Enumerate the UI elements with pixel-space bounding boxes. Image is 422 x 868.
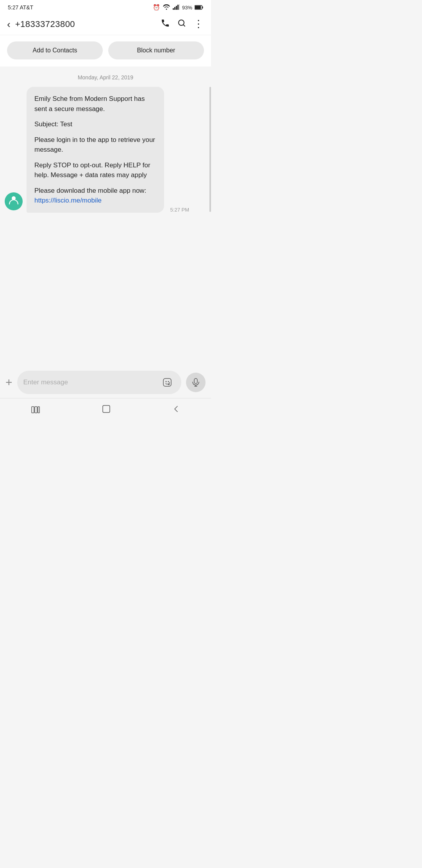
battery-percent: 93% bbox=[182, 5, 192, 11]
more-options-button[interactable]: ⋮ bbox=[193, 18, 204, 30]
person-icon bbox=[9, 195, 19, 208]
status-bar: 5:27 AT&T ⏰ 93% bbox=[0, 0, 211, 13]
input-bar: + bbox=[0, 367, 211, 398]
message-text-5: Please download the mobile app now: http… bbox=[34, 186, 156, 206]
message-input[interactable] bbox=[23, 378, 159, 386]
home-button[interactable] bbox=[90, 402, 122, 418]
svg-rect-7 bbox=[202, 6, 203, 8]
nav-bar bbox=[0, 398, 211, 425]
message-text-2: Subject: Test bbox=[34, 119, 156, 129]
svg-rect-1 bbox=[174, 7, 175, 10]
message-text-3: Please login in to the app to retrieve y… bbox=[34, 135, 156, 155]
app-bar: ‹ +18333723800 ⋮ bbox=[0, 13, 211, 35]
recent-apps-button[interactable] bbox=[20, 402, 52, 418]
back-nav-button[interactable] bbox=[161, 402, 191, 418]
status-time: 5:27 bbox=[8, 4, 18, 11]
message-timestamp: 5:27 PM bbox=[170, 207, 191, 213]
action-buttons-row: Add to Contacts Block number bbox=[0, 35, 211, 66]
svg-point-11 bbox=[166, 381, 167, 382]
svg-rect-3 bbox=[177, 5, 179, 10]
wifi-icon bbox=[163, 4, 170, 11]
back-button[interactable]: ‹ bbox=[7, 19, 11, 29]
svg-rect-0 bbox=[173, 8, 174, 10]
call-button[interactable] bbox=[161, 18, 170, 30]
status-icons: ⏰ 93% bbox=[153, 4, 203, 11]
sender-avatar bbox=[5, 192, 23, 210]
message-row: Emily Sche from Modern Support has sent … bbox=[0, 87, 211, 213]
svg-rect-17 bbox=[35, 407, 37, 413]
battery-icon bbox=[195, 4, 203, 11]
scroll-indicator bbox=[209, 87, 211, 212]
status-carrier: AT&T bbox=[20, 4, 33, 11]
svg-rect-2 bbox=[176, 6, 177, 10]
svg-point-8 bbox=[179, 20, 184, 25]
message-bubble: Emily Sche from Modern Support has sent … bbox=[27, 87, 164, 213]
download-link[interactable]: https://liscio.me/mobile bbox=[34, 197, 102, 204]
voice-button[interactable] bbox=[186, 373, 206, 392]
attach-button[interactable]: + bbox=[5, 377, 13, 388]
svg-rect-18 bbox=[38, 407, 39, 413]
svg-rect-13 bbox=[194, 378, 197, 384]
message-bubble-wrap: Emily Sche from Modern Support has sent … bbox=[27, 87, 164, 213]
svg-rect-4 bbox=[179, 4, 180, 10]
svg-rect-10 bbox=[163, 378, 171, 386]
svg-rect-16 bbox=[32, 407, 34, 413]
message-input-wrap bbox=[17, 371, 181, 394]
svg-rect-19 bbox=[103, 405, 110, 412]
contact-number: +18333723800 bbox=[15, 19, 156, 29]
svg-point-12 bbox=[168, 381, 169, 382]
app-bar-actions: ⋮ bbox=[161, 18, 204, 30]
svg-rect-6 bbox=[195, 6, 201, 9]
signal-icon bbox=[173, 4, 180, 11]
date-divider: Monday, April 22, 2019 bbox=[0, 66, 211, 87]
message-area: Monday, April 22, 2019 Emily Sche from M bbox=[0, 66, 211, 273]
chat-spacer bbox=[0, 273, 211, 367]
add-to-contacts-button[interactable]: Add to Contacts bbox=[7, 41, 103, 59]
block-number-button[interactable]: Block number bbox=[108, 41, 204, 59]
status-time-carrier: 5:27 AT&T bbox=[8, 4, 33, 11]
main-content: Add to Contacts Block number Monday, Apr… bbox=[0, 35, 211, 425]
message-text-1: Emily Sche from Modern Support has sent … bbox=[34, 94, 156, 114]
search-button[interactable] bbox=[177, 18, 186, 30]
alarm-icon: ⏰ bbox=[153, 4, 160, 11]
message-text-4: Reply STOP to opt-out. Reply HELP for he… bbox=[34, 160, 156, 180]
sticker-button[interactable] bbox=[159, 375, 175, 390]
